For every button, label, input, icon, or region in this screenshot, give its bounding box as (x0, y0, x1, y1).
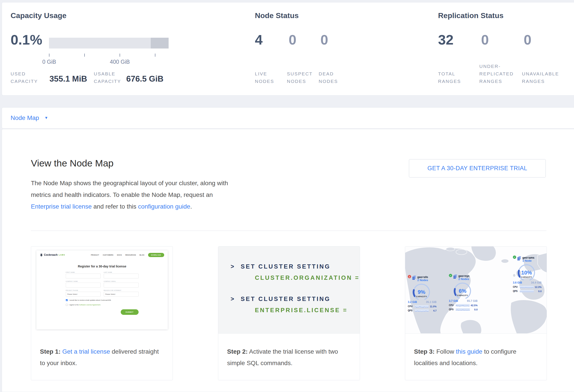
usable-capacity-value: 676.5 GiB (126, 75, 164, 84)
capacity-usage-percent: 0.1% (11, 32, 42, 47)
company-email-input[interactable] (104, 283, 139, 287)
locality-node-count: 2 Nodes (458, 278, 470, 281)
license-agree-label: I agree to the Software License Agreemen… (69, 304, 101, 306)
form-field: FIRST NAME (66, 272, 101, 279)
nav-item-customers[interactable]: CUSTOMERS (103, 254, 114, 256)
nav-item-product[interactable]: PRODUCT (91, 254, 99, 256)
configuration-guide-link[interactable]: configuration guide (138, 203, 190, 210)
usable-capacity-label: USABLE CAPACITY (94, 70, 129, 85)
first-name-input[interactable] (66, 274, 101, 279)
field-label: FIRST NAME (66, 272, 101, 273)
email-updates-checkbox[interactable] (66, 299, 68, 301)
axis-tick (155, 54, 155, 57)
healthy-badge: ✓ (513, 256, 516, 259)
qps-sparkline (456, 308, 470, 311)
step3-card: 1 geo=sfo 2 Nodes 9% CAPACITY (405, 246, 547, 380)
form-field: REASON FOR INTEREST Please Select (104, 290, 139, 297)
license-agree-checkbox[interactable] (66, 304, 68, 306)
node-map-dropdown[interactable]: Node Map ▼ (11, 107, 48, 129)
reason-for-interest-select[interactable]: Please Select (104, 292, 139, 297)
form-field: COMPANY EMAIL (104, 281, 139, 287)
capacity-gauge: 10% CAPACITY (513, 264, 540, 281)
sql-command: > SET CLUSTER SETTING ENTERPRISE.LICENSE… (231, 295, 360, 314)
node-map-dropdown-label: Node Map (11, 114, 39, 121)
locality-header: ✓ geo=nyc 2 Nodes (449, 275, 478, 281)
dead-nodes-label: DEAD NODES (319, 70, 345, 85)
locality-header: 1 geo=sfo 2 Nodes (408, 276, 436, 282)
axis-tick (84, 54, 85, 57)
capacity-usage-title: Capacity Usage (11, 11, 66, 20)
step1-card: Cockroach LABS PRODUCT CUSTOMERS DOCS RE… (31, 246, 173, 380)
total-ranges-label: TOTAL RANGES (438, 70, 469, 85)
qps-sparkline (415, 309, 429, 312)
last-name-input[interactable] (104, 274, 139, 279)
qps-row: 0.0 QPS (513, 290, 542, 293)
description-text: The Node Map shows the geographical layo… (31, 180, 228, 198)
form-field: COMPANY NAME (66, 281, 101, 287)
unavailable-value: 0 (524, 32, 532, 47)
locality-name: geo=ams (522, 256, 534, 259)
dead-nodes-value: 0 (320, 32, 328, 47)
used-value: 3.6 GiB (513, 281, 522, 284)
unavailable-label: UNAVAILABLE RANGES (522, 70, 566, 85)
this-guide-link[interactable]: this guide (456, 348, 482, 355)
total-value: 65.7 GiB (467, 299, 478, 302)
step3-caption: Step 3: Follow this guide to configure l… (405, 334, 547, 369)
statement-text: SET CLUSTER SETTING (241, 263, 330, 270)
prompt-icon: > (231, 263, 235, 270)
qps-row: QPS 0.0 (449, 308, 478, 311)
axis-tick (49, 54, 49, 57)
axis-tick (120, 54, 120, 57)
capacity-usage-bar (49, 38, 169, 49)
download-button[interactable]: DOWNLOAD (148, 253, 164, 257)
locality-sfo[interactable]: 1 geo=sfo 2 Nodes 9% CAPACITY (408, 276, 436, 312)
company-name-input[interactable] (66, 283, 101, 287)
view-selector-bar (2, 107, 574, 129)
nav-item-resources[interactable]: RESOURCES (125, 254, 136, 256)
qps-sparkline (520, 290, 534, 292)
sql-commands: > SET CLUSTER SETTING CLUSTER.ORGANIZATI… (231, 263, 360, 314)
node-map-description: The Node Map shows the geographical layo… (31, 177, 238, 212)
total-value: 34.4 GiB (531, 281, 542, 284)
chevron-down-icon: ▼ (44, 116, 48, 120)
cpu-label: CPU (408, 305, 413, 308)
step2-code-panel: > SET CLUSTER SETTING CLUSTER.ORGANIZATI… (218, 246, 360, 334)
enterprise-trial-license-link[interactable]: Enterprise trial license (31, 203, 92, 210)
used-value: 3.7 GiB (449, 299, 458, 302)
step2-caption: Step 2: Activate the trial license with … (218, 334, 360, 369)
caption-text (61, 348, 62, 355)
cockroach-labs-logo: Cockroach LABS (40, 253, 65, 257)
field-label: COMPANY NAME (66, 281, 101, 282)
cockroach-site-screenshot: Cockroach LABS PRODUCT CUSTOMERS DOCS RE… (36, 250, 168, 329)
agree-text: I agree to the (69, 304, 79, 306)
nav-item-docs[interactable]: DOCS (117, 254, 122, 256)
sql-argument: ENTERPRISE.LICENSE = (255, 306, 360, 314)
project-phase-select[interactable]: Please Select (66, 292, 101, 297)
email-updates-row: I would like to receive email updates ab… (66, 299, 139, 301)
locality-nyc[interactable]: ✓ geo=nyc 2 Nodes 6% CAPACITY (449, 275, 478, 311)
database-stack-icon (453, 275, 457, 279)
software-license-link[interactable]: Software License Agreement. (79, 304, 101, 306)
get-trial-license-link[interactable]: Get a trial license (62, 348, 110, 355)
under-replicated-label: UNDER-REPLICATED RANGES (479, 63, 521, 85)
submit-button[interactable]: SUBMIT (121, 309, 139, 315)
nav-item-blog[interactable]: BLOG (140, 254, 144, 256)
description-text: . (190, 203, 192, 210)
cpu-row: CPU 42.5% (449, 304, 478, 307)
axis-tick-label-mid: 400 GiB (102, 59, 138, 65)
step1-screenshot: Cockroach LABS PRODUCT CUSTOMERS DOCS RE… (31, 246, 173, 334)
field-label: PROJECT PHASE (66, 290, 101, 291)
prompt-icon: > (231, 296, 235, 302)
used-capacity-label: USED CAPACITY (11, 70, 44, 85)
cpu-value: 11.0% (430, 305, 436, 308)
caption-text: Follow (434, 348, 456, 355)
cluster-overview-page: Capacity Usage 0.1% 0 GiB 400 GiB USED C… (0, 0, 574, 392)
locality-name: geo=sfo (417, 276, 428, 279)
enterprise-trial-button[interactable]: GET A 30-DAY ENTERPRISE TRIAL (409, 159, 546, 177)
locality-ams[interactable]: ✓ geo=ams 1 Node 10% CAPACITY (513, 256, 542, 293)
capacity-values: 3.2 GiB 35.1 GiB (408, 300, 436, 304)
submit-row: SUBMIT (66, 309, 139, 315)
qps-value: 0.0 (471, 308, 478, 311)
sql-statement: > SET CLUSTER SETTING (231, 295, 360, 303)
cpu-value: 42.5% (471, 304, 478, 307)
